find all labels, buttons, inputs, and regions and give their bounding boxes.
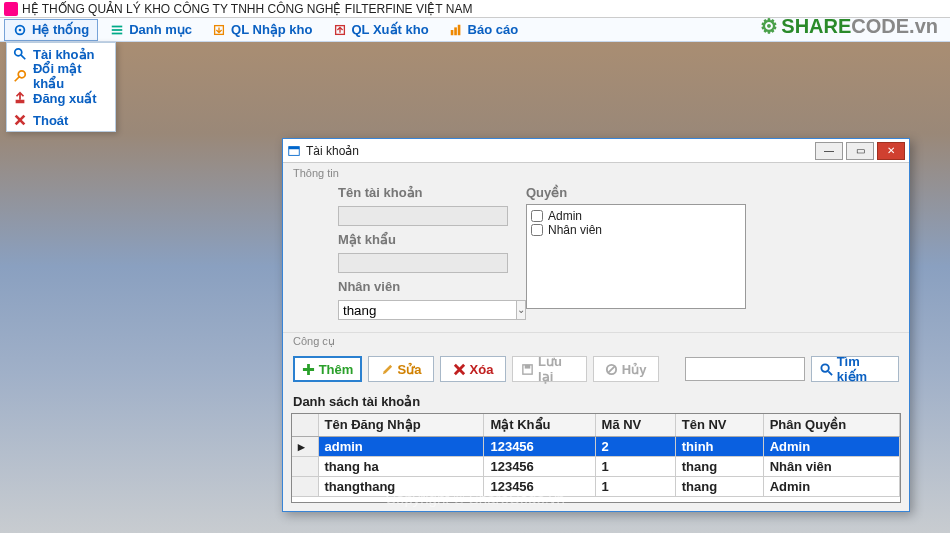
cell[interactable]: thang ha	[318, 456, 484, 476]
search-icon	[820, 363, 833, 376]
search-button[interactable]: Tìm kiếm	[811, 356, 899, 382]
menu-ql-nhap-kho[interactable]: QL Nhập kho	[204, 19, 320, 41]
checkbox-admin[interactable]	[531, 210, 543, 222]
dialog-icon	[287, 144, 301, 158]
menu-label: QL Xuất kho	[352, 22, 429, 37]
delete-button[interactable]: Xóa	[440, 356, 506, 382]
svg-rect-8	[454, 27, 457, 35]
chart-icon	[449, 23, 463, 37]
plus-icon	[302, 363, 315, 376]
app-icon	[4, 2, 18, 16]
search-input[interactable]	[685, 357, 805, 381]
close-icon	[13, 113, 27, 127]
dropdown-label: Tài khoản	[33, 47, 94, 62]
cell[interactable]: 2	[595, 436, 675, 456]
dialog-title: Tài khoản	[306, 144, 359, 158]
menu-label: Hệ thống	[32, 22, 89, 37]
cell[interactable]: Nhân viên	[763, 456, 899, 476]
rights-option-nhanvien[interactable]: Nhân viên	[531, 223, 741, 237]
svg-line-22	[828, 371, 832, 375]
checkbox-nhanvien[interactable]	[531, 224, 543, 236]
cell[interactable]: Admin	[763, 476, 899, 496]
group-info-label: Thông tin	[283, 163, 909, 179]
dialog-titlebar: Tài khoản — ▭ ✕	[283, 139, 909, 163]
menu-ql-xuat-kho[interactable]: QL Xuất kho	[325, 19, 437, 41]
toolbar: Thêm Sửa Xóa Lưu lại Hủy Tìm kiếm	[283, 350, 909, 390]
dropdown-label: Thoát	[33, 113, 68, 128]
cell[interactable]: thinh	[675, 436, 763, 456]
employee-input[interactable]	[338, 300, 517, 320]
employee-combo[interactable]: ⌄	[338, 300, 508, 320]
svg-line-11	[21, 55, 25, 59]
export-icon	[333, 23, 347, 37]
cell[interactable]: thang	[675, 456, 763, 476]
menu-danh-muc[interactable]: Danh mục	[102, 19, 200, 41]
svg-rect-3	[112, 29, 123, 31]
employee-label: Nhân viên	[338, 279, 508, 294]
svg-line-20	[608, 365, 615, 372]
dropdown-doi-mat-khau[interactable]: Đổi mật khẩu	[7, 65, 115, 87]
svg-rect-7	[450, 30, 453, 35]
cell[interactable]: thang	[675, 476, 763, 496]
dropdown-thoat[interactable]: Thoát	[7, 109, 115, 131]
cell[interactable]: 123456	[484, 436, 595, 456]
cell[interactable]: thangthang	[318, 476, 484, 496]
cell[interactable]: admin	[318, 436, 484, 456]
info-panel: Tên tài khoản Mật khẩu Nhân viên ⌄ Quyền…	[283, 179, 909, 332]
edit-button[interactable]: Sửa	[368, 356, 434, 382]
cell[interactable]: 123456	[484, 476, 595, 496]
col-tennv[interactable]: Tên NV	[675, 414, 763, 436]
account-grid[interactable]: Tên Đăng Nhập Mật Khẩu Mã NV Tên NV Phân…	[291, 413, 901, 503]
svg-point-21	[821, 364, 828, 371]
logout-icon	[13, 91, 27, 105]
row-header	[292, 456, 318, 476]
rights-listbox[interactable]: Admin Nhân viên	[526, 204, 746, 309]
dropdown-label: Đổi mật khẩu	[33, 61, 109, 91]
row-header	[292, 476, 318, 496]
close-button[interactable]: ✕	[877, 142, 905, 160]
list-label: Danh sách tài khoản	[283, 390, 909, 413]
table-row[interactable]: thangthang1234561thangAdmin	[292, 476, 900, 496]
pencil-icon	[381, 363, 394, 376]
cell[interactable]: 1	[595, 476, 675, 496]
add-button[interactable]: Thêm	[293, 356, 362, 382]
row-header-blank	[292, 414, 318, 436]
gear-icon: ⚙	[760, 15, 778, 37]
menu-he-thong[interactable]: Hệ thống	[4, 19, 98, 41]
menu-bao-cao[interactable]: Báo cáo	[441, 19, 527, 41]
save-icon	[521, 363, 534, 376]
maximize-button[interactable]: ▭	[846, 142, 874, 160]
gear-icon	[13, 23, 27, 37]
rights-option-admin[interactable]: Admin	[531, 209, 741, 223]
account-dialog: Tài khoản — ▭ ✕ Thông tin Tên tài khoản …	[282, 138, 910, 512]
svg-rect-9	[457, 24, 460, 35]
menu-label: Báo cáo	[468, 22, 519, 37]
save-button[interactable]: Lưu lại	[512, 356, 587, 382]
menu-label: Danh mục	[129, 22, 192, 37]
cell[interactable]: Admin	[763, 436, 899, 456]
app-title: HỆ THỐNG QUẢN LÝ KHO CÔNG TY TNHH CÔNG N…	[22, 2, 472, 16]
cancel-button[interactable]: Hủy	[593, 356, 659, 382]
col-username[interactable]: Tên Đăng Nhập	[318, 414, 484, 436]
row-header	[292, 436, 318, 456]
col-password[interactable]: Mật Khẩu	[484, 414, 595, 436]
password-input[interactable]	[338, 253, 508, 273]
key-icon	[13, 69, 27, 83]
chevron-down-icon[interactable]: ⌄	[517, 300, 526, 320]
x-icon	[453, 363, 466, 376]
menu-dropdown: Tài khoản Đổi mật khẩu Đăng xuất Thoát	[6, 42, 116, 132]
svg-rect-2	[112, 25, 123, 27]
username-input[interactable]	[338, 206, 508, 226]
cell[interactable]: 123456	[484, 456, 595, 476]
username-label: Tên tài khoản	[338, 185, 508, 200]
cancel-icon	[605, 363, 618, 376]
col-manv[interactable]: Mã NV	[595, 414, 675, 436]
minimize-button[interactable]: —	[815, 142, 843, 160]
dropdown-label: Đăng xuất	[33, 91, 97, 106]
table-row[interactable]: admin1234562thinhAdmin	[292, 436, 900, 456]
watermark-logo: ⚙SHARECODE.vn	[760, 14, 938, 38]
col-phanquyen[interactable]: Phân Quyền	[763, 414, 899, 436]
cell[interactable]: 1	[595, 456, 675, 476]
table-row[interactable]: thang ha1234561thangNhân viên	[292, 456, 900, 476]
svg-point-1	[19, 28, 22, 31]
